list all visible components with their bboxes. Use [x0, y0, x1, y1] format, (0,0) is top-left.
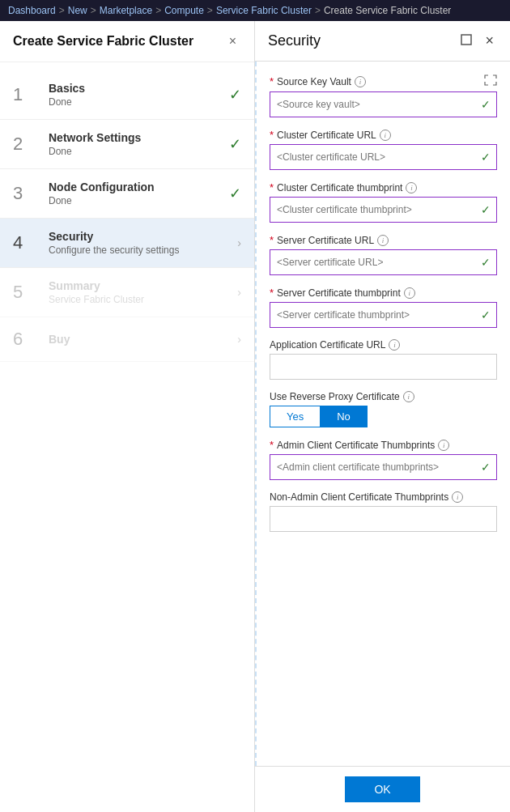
source-key-vault-input[interactable] [270, 91, 497, 117]
breadcrumb-compute[interactable]: Compute [164, 5, 204, 16]
source-key-vault-check-icon: ✓ [481, 98, 491, 111]
non-admin-thumbprints-info-icon[interactable]: i [452, 491, 463, 503]
step-sub-network: Done [49, 146, 223, 157]
cluster-cert-url-input[interactable] [270, 144, 497, 170]
cluster-cert-url-check-icon: ✓ [481, 151, 491, 164]
server-cert-url-wrapper: ✓ [270, 249, 497, 275]
right-panel-title: Security [268, 32, 321, 49]
admin-thumbprints-input[interactable] [270, 454, 497, 480]
non-admin-thumbprints-input[interactable] [270, 506, 497, 532]
app-cert-url-group: Application Certificate URL i [270, 339, 497, 380]
cluster-cert-thumbprint-input[interactable] [270, 197, 497, 223]
admin-thumbprints-info-icon[interactable]: i [438, 440, 449, 451]
source-key-vault-label: * Source Key Vault i [270, 74, 497, 88]
left-header: Create Service Fabric Cluster × [0, 21, 254, 62]
cluster-cert-thumbprint-group: * Cluster Certificate thumbprint i ✓ [270, 181, 497, 223]
step-info-5: Summary Service Fabric Cluster [49, 279, 231, 305]
maximize-button[interactable] [457, 32, 475, 49]
step-check-basics: ✓ [229, 86, 241, 104]
step-chevron-security: › [237, 236, 241, 249]
non-admin-thumbprints-group: Non-Admin Client Certificate Thumbprints… [270, 491, 497, 532]
source-key-vault-group: * Source Key Vault i ✓ [270, 74, 497, 117]
expand-icon[interactable] [484, 74, 497, 88]
required-star: * [270, 75, 274, 87]
step-number-1: 1 [13, 84, 42, 105]
cluster-cert-url-wrapper: ✓ [270, 144, 497, 170]
reverse-proxy-info-icon[interactable]: i [403, 391, 414, 402]
breadcrumb-service-fabric[interactable]: Service Fabric Cluster [216, 5, 312, 16]
breadcrumb-current: Create Service Fabric Cluster [324, 5, 451, 16]
step-info-6: Buy [49, 333, 231, 346]
cluster-cert-url-group: * Cluster Certificate URL i ✓ [270, 129, 497, 170]
app-cert-url-wrapper [270, 354, 497, 380]
right-header-actions: × [457, 31, 497, 51]
cluster-cert-thumbprint-info-icon[interactable]: i [406, 182, 417, 193]
cluster-cert-thumbprint-check-icon: ✓ [481, 203, 491, 216]
step-item-node[interactable]: 3 Node Configuration Done ✓ [0, 169, 254, 219]
step-item-summary: 5 Summary Service Fabric Cluster › [0, 268, 254, 317]
ok-button[interactable]: OK [345, 776, 419, 802]
right-footer: OK [255, 766, 510, 812]
right-header: Security × [255, 21, 510, 62]
step-chevron-summary: › [237, 286, 241, 299]
step-name-security: Security [49, 230, 231, 243]
breadcrumb-dashboard[interactable]: Dashboard [8, 5, 56, 16]
step-number-5: 5 [13, 282, 42, 303]
step-name-summary: Summary [49, 279, 231, 292]
step-info-4: Security Configure the security settings [49, 230, 231, 256]
step-item-security[interactable]: 4 Security Configure the security settin… [0, 219, 254, 268]
step-sub-basics: Done [49, 96, 223, 108]
reverse-proxy-toggle: Yes No [270, 406, 497, 427]
cluster-cert-thumbprint-label: * Cluster Certificate thumbprint i [270, 181, 497, 193]
cluster-cert-url-info-icon[interactable]: i [380, 130, 391, 141]
app-cert-url-info-icon[interactable]: i [389, 339, 400, 351]
admin-thumbprints-check-icon: ✓ [481, 461, 491, 474]
step-sub-summary: Service Fabric Cluster [49, 294, 231, 305]
step-item-buy: 6 Buy › [0, 317, 254, 362]
source-key-vault-info-icon[interactable]: i [355, 76, 366, 87]
server-cert-thumbprint-check-icon: ✓ [481, 308, 491, 321]
step-name-buy: Buy [49, 333, 231, 346]
source-key-vault-wrapper: ✓ [270, 91, 497, 117]
step-name-basics: Basics [49, 82, 223, 95]
reverse-proxy-label: Use Reverse Proxy Certificate i [270, 391, 497, 402]
step-name-network: Network Settings [49, 131, 223, 144]
server-cert-thumbprint-input[interactable] [270, 302, 497, 328]
step-sub-node: Done [49, 195, 223, 206]
main-container: Create Service Fabric Cluster × 1 Basics… [0, 21, 510, 812]
cluster-cert-thumbprint-wrapper: ✓ [270, 197, 497, 223]
step-item-network[interactable]: 2 Network Settings Done ✓ [0, 120, 254, 169]
server-cert-thumbprint-group: * Server Certificate thumbprint i ✓ [270, 287, 497, 328]
svg-rect-0 [461, 35, 471, 45]
server-cert-url-input[interactable] [270, 249, 497, 275]
admin-thumbprints-label: * Admin Client Certificate Thumbprints i [270, 439, 497, 451]
left-panel-title: Create Service Fabric Cluster [13, 34, 193, 49]
app-cert-url-input[interactable] [270, 354, 497, 380]
steps-list: 1 Basics Done ✓ 2 Network Settings Done … [0, 62, 254, 812]
cluster-cert-url-label: * Cluster Certificate URL i [270, 129, 497, 141]
step-sub-security: Configure the security settings [49, 244, 231, 256]
right-panel-close-button[interactable]: × [482, 31, 497, 51]
non-admin-thumbprints-wrapper [270, 506, 497, 532]
breadcrumb-new[interactable]: New [68, 5, 87, 16]
left-panel: Create Service Fabric Cluster × 1 Basics… [0, 21, 255, 812]
reverse-proxy-no-button[interactable]: No [320, 406, 368, 427]
server-cert-thumbprint-label: * Server Certificate thumbprint i [270, 287, 497, 299]
server-cert-url-info-icon[interactable]: i [377, 235, 389, 246]
server-cert-thumbprint-info-icon[interactable]: i [404, 287, 415, 299]
reverse-proxy-yes-button[interactable]: Yes [270, 406, 320, 427]
server-cert-thumbprint-wrapper: ✓ [270, 302, 497, 328]
step-number-4: 4 [13, 232, 42, 253]
step-item-basics[interactable]: 1 Basics Done ✓ [0, 70, 254, 120]
step-info-1: Basics Done [49, 82, 223, 108]
left-panel-close-button[interactable]: × [224, 32, 241, 50]
step-info-2: Network Settings Done [49, 131, 223, 157]
step-number-3: 3 [13, 183, 42, 204]
reverse-proxy-group: Use Reverse Proxy Certificate i Yes No [270, 391, 497, 427]
step-number-6: 6 [13, 329, 42, 350]
step-check-network: ✓ [229, 135, 241, 153]
step-info-3: Node Configuration Done [49, 181, 223, 206]
server-cert-url-label: * Server Certificate URL i [270, 234, 497, 246]
breadcrumb-marketplace[interactable]: Marketplace [100, 5, 152, 16]
admin-thumbprints-wrapper: ✓ [270, 454, 497, 480]
